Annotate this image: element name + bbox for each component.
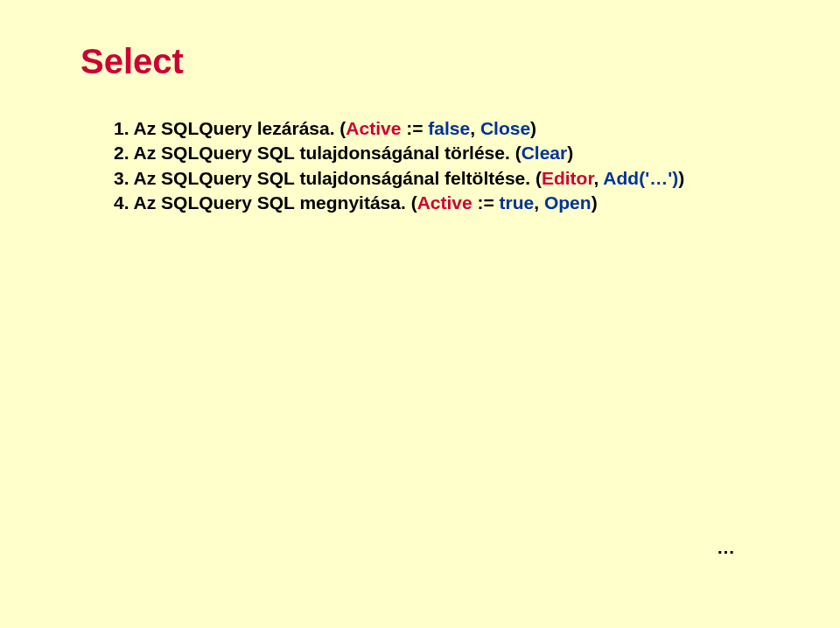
paren-open: (: [515, 143, 522, 163]
code-black: :=: [472, 192, 500, 213]
item-number: 4.: [114, 192, 130, 213]
code-red: Active: [346, 118, 401, 138]
paren-close: ): [678, 168, 684, 188]
code-black: ,: [470, 118, 480, 138]
item-text: Az SQLQuery SQL tulajdonságánal törlése.: [134, 143, 515, 163]
item-number: 1.: [114, 118, 130, 138]
paren-close: ): [567, 143, 573, 163]
ellipsis-text: …: [717, 537, 735, 558]
slide-title: Select: [80, 42, 760, 81]
code-black: ,: [593, 168, 603, 188]
numbered-list: 1. Az SQLQuery lezárása. (Active := fals…: [114, 116, 760, 215]
code-red: Active: [417, 192, 472, 213]
code-blue: Add('…'): [603, 168, 678, 188]
item-text: Az SQLQuery SQL megnyitása.: [134, 192, 411, 213]
paren-open: (: [411, 192, 417, 213]
item-number: 2.: [114, 143, 130, 163]
paren-close: ): [530, 118, 536, 138]
code-black: :=: [401, 118, 428, 138]
code-blue: Open: [544, 192, 592, 213]
list-item: 4. Az SQLQuery SQL megnyitása. (Active :…: [114, 191, 760, 215]
paren-close: ): [592, 192, 598, 213]
code-red: Editor: [542, 168, 594, 188]
code-blue: true: [500, 192, 535, 213]
list-item: 2. Az SQLQuery SQL tulajdonságánal törlé…: [114, 141, 760, 165]
code-blue: Clear: [522, 143, 568, 163]
code-blue: Close: [480, 118, 530, 138]
paren-open: (: [536, 168, 542, 188]
list-item: 1. Az SQLQuery lezárása. (Active := fals…: [114, 116, 760, 141]
item-number: 3.: [114, 168, 130, 188]
code-blue: false: [428, 118, 470, 138]
code-black: ,: [534, 192, 544, 213]
list-item: 3. Az SQLQuery SQL tulajdonságánal feltö…: [114, 166, 760, 191]
item-text: Az SQLQuery lezárása.: [134, 118, 340, 138]
item-text: Az SQLQuery SQL tulajdonságánal feltölté…: [134, 168, 536, 188]
